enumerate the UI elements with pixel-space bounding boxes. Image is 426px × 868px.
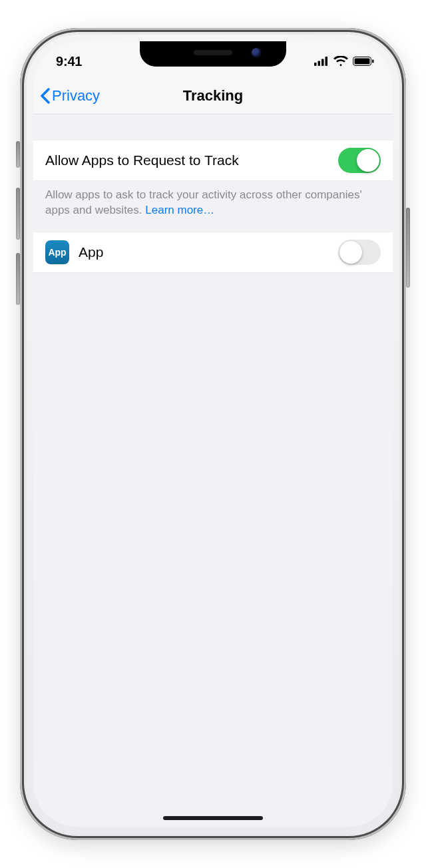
status-time: 9:41 bbox=[56, 54, 82, 69]
battery-icon bbox=[353, 57, 374, 66]
chevron-left-icon bbox=[40, 88, 51, 104]
app-row: App App bbox=[33, 232, 393, 273]
navigation-bar: Privacy Tracking bbox=[33, 77, 393, 114]
content: Allow Apps to Request to Track Allow app… bbox=[33, 114, 393, 273]
allow-tracking-row: Allow Apps to Request to Track bbox=[33, 140, 393, 181]
page-title: Tracking bbox=[183, 87, 243, 105]
device-frame: 9:41 bbox=[20, 28, 406, 840]
svg-rect-6 bbox=[372, 60, 374, 63]
status-indicators bbox=[314, 56, 374, 67]
screen: 9:41 bbox=[33, 41, 393, 827]
svg-rect-1 bbox=[318, 61, 321, 67]
allow-tracking-footer: Allow apps to ask to track your activity… bbox=[33, 181, 393, 232]
home-indicator[interactable] bbox=[163, 816, 263, 820]
learn-more-link[interactable]: Learn more… bbox=[145, 204, 214, 216]
wifi-icon bbox=[333, 56, 348, 67]
back-button[interactable]: Privacy bbox=[40, 87, 100, 105]
svg-rect-3 bbox=[325, 57, 328, 66]
app-tracking-toggle[interactable] bbox=[338, 240, 381, 265]
svg-rect-2 bbox=[321, 59, 324, 67]
back-label: Privacy bbox=[52, 87, 100, 105]
cellular-icon bbox=[314, 57, 329, 66]
volume-down-button bbox=[16, 253, 20, 305]
app-icon: App bbox=[45, 240, 69, 264]
volume-up-button bbox=[16, 188, 20, 240]
allow-tracking-toggle[interactable] bbox=[338, 148, 381, 173]
front-camera bbox=[252, 48, 261, 57]
app-label: App bbox=[79, 244, 338, 260]
earpiece-speaker bbox=[194, 50, 232, 55]
toggle-knob bbox=[339, 241, 362, 264]
allow-tracking-label: Allow Apps to Request to Track bbox=[45, 152, 338, 168]
silence-switch bbox=[16, 141, 20, 168]
svg-rect-0 bbox=[314, 63, 317, 66]
power-button bbox=[406, 208, 410, 288]
toggle-knob bbox=[357, 149, 379, 172]
group-gap bbox=[33, 114, 393, 140]
notch bbox=[140, 41, 286, 67]
svg-rect-5 bbox=[355, 59, 370, 65]
